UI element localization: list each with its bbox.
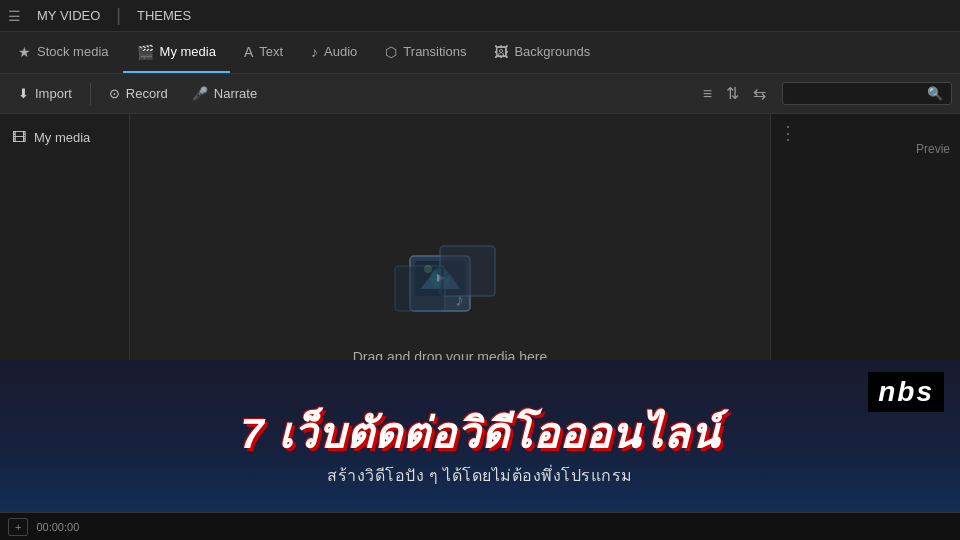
transitions-icon: ⬡: [385, 44, 397, 60]
list-view-icon[interactable]: ≡: [699, 83, 716, 105]
overlay-subtitle: สร้างวิดีโอปัง ๆ ได้โดยไม่ต้องพึ่งโปรแกร…: [327, 463, 633, 488]
tabs-row: ★ Stock media 🎬 My media A Text ♪ Audio …: [0, 32, 960, 74]
sidebar-item-my-media-label: My media: [34, 130, 90, 145]
backgrounds-icon: 🖼: [494, 44, 508, 60]
tab-backgrounds[interactable]: 🖼 Backgrounds: [480, 32, 604, 73]
svg-rect-7: [440, 246, 495, 296]
preview-label: Previe: [916, 142, 950, 156]
nbs-logo: nbs: [868, 372, 944, 412]
menu-separator: |: [116, 5, 121, 26]
tab-audio[interactable]: ♪ Audio: [297, 32, 371, 73]
timeline-timecode: 00:00:00: [36, 521, 79, 533]
bottom-overlay: nbs 7 เว็บตัดต่อวิดีโอออนไลน์ สร้างวิดีโ…: [0, 360, 960, 540]
timeline-add-button[interactable]: +: [8, 518, 28, 536]
logo-text: nbs: [878, 376, 934, 407]
import-label: Import: [35, 86, 72, 101]
search-input[interactable]: [791, 87, 921, 101]
media-icon: 🎬: [137, 44, 154, 60]
tab-stock-media[interactable]: ★ Stock media: [4, 32, 123, 73]
search-box: 🔍: [782, 82, 952, 105]
tab-transitions-label: Transitions: [403, 44, 466, 59]
sort-icon[interactable]: ⇆: [749, 82, 770, 105]
record-label: Record: [126, 86, 168, 101]
folder-icon: 🎞: [12, 129, 26, 145]
tab-audio-label: Audio: [324, 44, 357, 59]
microphone-icon: 🎤: [192, 86, 208, 101]
toolbar-row: ⬇ Import ⊙ Record 🎤 Narrate ≡ ⇅ ⇆ 🔍: [0, 74, 960, 114]
sidebar-item-my-media[interactable]: 🎞 My media: [0, 122, 129, 152]
overlay-title: 7 เว็บตัดต่อวิดีโอออนไลน์: [240, 413, 719, 455]
tab-stock-media-label: Stock media: [37, 44, 109, 59]
narrate-button[interactable]: 🎤 Narrate: [182, 81, 267, 106]
more-options-icon[interactable]: ⋮: [779, 122, 797, 144]
import-icon: ⬇: [18, 86, 29, 101]
menu-hamburger-icon[interactable]: ☰: [8, 8, 21, 24]
tab-backgrounds-label: Backgrounds: [514, 44, 590, 59]
top-menu-bar: ☰ MY VIDEO | THEMES: [0, 0, 960, 32]
text-icon: A: [244, 44, 253, 60]
tab-my-media-label: My media: [160, 44, 216, 59]
record-icon: ⊙: [109, 86, 120, 101]
record-button[interactable]: ⊙ Record: [99, 81, 178, 106]
menu-my-video[interactable]: MY VIDEO: [37, 8, 100, 23]
audio-icon: ♪: [311, 44, 318, 60]
app-container: ☰ MY VIDEO | THEMES ★ Stock media 🎬 My m…: [0, 0, 960, 540]
svg-rect-8: [395, 266, 445, 311]
media-illustration: ♪: [390, 241, 510, 331]
import-button[interactable]: ⬇ Import: [8, 81, 82, 106]
search-icon: 🔍: [927, 86, 943, 101]
tab-text-label: Text: [259, 44, 283, 59]
menu-themes[interactable]: THEMES: [137, 8, 191, 23]
tab-my-media[interactable]: 🎬 My media: [123, 32, 230, 73]
toolbar-separator-1: [90, 83, 91, 105]
star-icon: ★: [18, 44, 31, 60]
tab-text[interactable]: A Text: [230, 32, 297, 73]
filter-icon[interactable]: ⇅: [722, 82, 743, 105]
tab-transitions[interactable]: ⬡ Transitions: [371, 32, 480, 73]
view-icons: ≡ ⇅ ⇆: [699, 82, 770, 105]
timeline-strip: + 00:00:00: [0, 512, 960, 540]
narrate-label: Narrate: [214, 86, 257, 101]
